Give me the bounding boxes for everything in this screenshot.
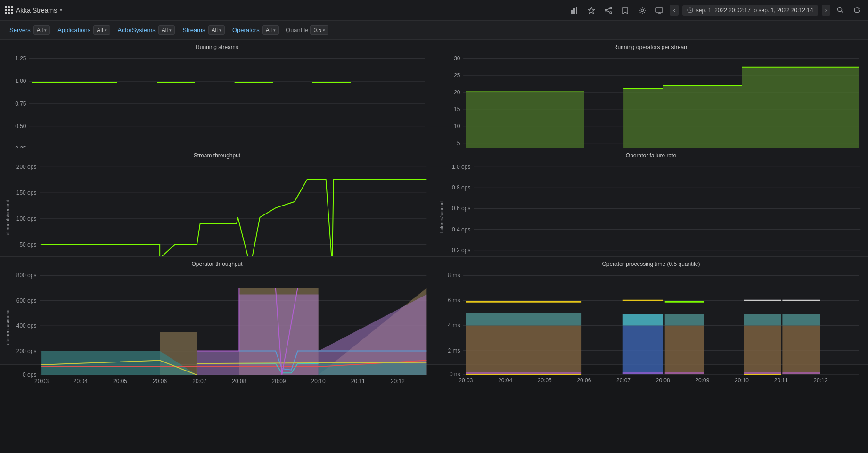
star-icon[interactable]	[585, 5, 598, 16]
svg-text:600 ops: 600 ops	[16, 297, 37, 304]
panel-running-operators: Running operators per stream 30 25 20 15	[434, 40, 868, 148]
panel-operator-failure-rate: Operator failure rate failures/second 1.…	[434, 148, 868, 256]
svg-text:20:11: 20:11	[351, 378, 365, 385]
svg-text:400 ops: 400 ops	[16, 322, 37, 329]
filter-dropdown-quantile[interactable]: 0.5 ▾	[310, 25, 328, 35]
panel-operator-throughput: Operator throughput elements/second 800 …	[0, 256, 434, 365]
app-title[interactable]: Akka Streams ▾	[16, 7, 62, 14]
svg-rect-157	[744, 314, 781, 326]
svg-text:20:06: 20:06	[153, 378, 167, 385]
svg-text:20:03: 20:03	[34, 378, 49, 385]
next-time-btn[interactable]: ›	[822, 5, 830, 16]
search-icon[interactable]	[834, 5, 847, 16]
quantile-label: Quantile	[284, 26, 310, 33]
filter-label-operators[interactable]: Operators	[229, 26, 262, 33]
svg-text:10: 10	[454, 123, 460, 130]
svg-text:20:09: 20:09	[695, 377, 709, 384]
svg-rect-10	[656, 8, 663, 12]
filter-dropdown-operators[interactable]: All ▾	[262, 25, 279, 35]
chevron-down-icon: ▾	[219, 28, 221, 33]
svg-rect-154	[665, 314, 704, 326]
filter-value-quantile: 0.5	[313, 27, 321, 33]
svg-rect-160	[782, 314, 820, 326]
y-axis-label-operator-throughput: elements/second	[4, 269, 11, 386]
svg-text:150 ops: 150 ops	[16, 189, 37, 196]
filter-label-actorsystems[interactable]: ActorSystems	[115, 26, 158, 33]
svg-marker-60	[742, 67, 859, 157]
svg-text:100 ops: 100 ops	[16, 215, 37, 222]
svg-point-5	[605, 9, 607, 11]
svg-marker-58	[663, 85, 742, 157]
svg-text:5: 5	[457, 140, 460, 147]
svg-text:0.6 ops: 0.6 ops	[452, 205, 470, 212]
svg-text:20:12: 20:12	[813, 377, 827, 384]
filter-dropdown-servers[interactable]: All ▾	[33, 25, 50, 35]
svg-text:20:03: 20:03	[459, 377, 473, 384]
svg-rect-151	[623, 314, 663, 326]
bookmark-icon[interactable]	[619, 5, 632, 16]
svg-rect-156	[744, 326, 781, 375]
chart-title-operator-processing-time: Operator processing time (0.5 quantile)	[438, 261, 864, 267]
chevron-down-icon: ▾	[169, 28, 172, 33]
svg-marker-56	[623, 89, 663, 157]
svg-rect-148	[466, 313, 581, 326]
svg-text:6 ms: 6 ms	[448, 297, 460, 304]
svg-text:0.50: 0.50	[15, 123, 26, 130]
chart-title-running-streams: Running streams	[4, 44, 430, 50]
filter-label-servers[interactable]: Servers	[7, 26, 33, 33]
topbar: Akka Streams ▾ ‹ sep. 1, 2022 20:02:17 t…	[0, 0, 868, 21]
svg-rect-159	[782, 326, 820, 375]
svg-text:20:07: 20:07	[616, 377, 631, 384]
filter-label-applications[interactable]: Applications	[55, 26, 93, 33]
svg-text:20: 20	[454, 89, 460, 96]
svg-marker-3	[588, 7, 595, 14]
svg-text:20:04: 20:04	[74, 378, 88, 385]
chart-title-operator-throughput: Operator throughput	[4, 261, 430, 267]
chart-area-operator-throughput: elements/second 800 ops 600 ops 400 ops …	[4, 269, 430, 386]
refresh-icon[interactable]	[851, 5, 863, 16]
settings-icon[interactable]	[636, 5, 649, 16]
svg-text:20:06: 20:06	[577, 377, 591, 384]
share-icon[interactable]	[602, 5, 615, 16]
svg-text:15: 15	[454, 106, 460, 113]
svg-point-16	[838, 8, 842, 12]
svg-point-4	[610, 7, 612, 9]
bar-chart-icon[interactable]	[568, 5, 581, 16]
chart-svg-operator-processing-time: 8 ms 6 ms 4 ms 2 ms 0 ns	[438, 269, 864, 385]
svg-text:200 ops: 200 ops	[16, 164, 37, 170]
svg-line-7	[607, 8, 610, 10]
filter-dropdown-streams[interactable]: All ▾	[208, 25, 225, 35]
svg-text:0 ns: 0 ns	[450, 371, 460, 378]
app-title-text: Akka Streams	[16, 7, 57, 14]
svg-text:8 ms: 8 ms	[448, 272, 460, 279]
svg-point-6	[610, 12, 612, 14]
svg-text:20:10: 20:10	[311, 378, 326, 385]
svg-text:0.75: 0.75	[15, 100, 26, 107]
monitor-icon[interactable]	[653, 5, 666, 16]
filter-value-streams: All	[212, 27, 218, 33]
app-title-arrow: ▾	[60, 8, 62, 13]
apps-icon[interactable]	[5, 6, 13, 15]
svg-text:4 ms: 4 ms	[448, 322, 460, 329]
panel-operator-processing-time: Operator processing time (0.5 quantile) …	[434, 256, 868, 365]
svg-text:800 ops: 800 ops	[16, 272, 37, 279]
chevron-down-icon: ▾	[273, 28, 276, 33]
chart-title-running-operators: Running operators per stream	[438, 44, 864, 50]
svg-text:2 ms: 2 ms	[448, 347, 460, 354]
svg-text:20:05: 20:05	[113, 378, 127, 385]
chart-title-operator-failure-rate: Operator failure rate	[438, 152, 864, 159]
time-range[interactable]: sep. 1, 2022 20:02:17 to sep. 1, 2022 20…	[682, 5, 818, 16]
filter-dropdown-actorsystems[interactable]: All ▾	[158, 25, 175, 35]
svg-text:0.4 ops: 0.4 ops	[452, 226, 470, 233]
dashboard: Running streams 1.25 1.00 0.75 0.50 0.25	[0, 40, 868, 365]
topbar-left: Akka Streams ▾	[5, 6, 62, 15]
svg-text:200 ops: 200 ops	[16, 348, 37, 354]
svg-rect-1	[573, 8, 575, 14]
svg-text:20:08: 20:08	[232, 378, 246, 385]
panel-stream-throughput: Stream throughput elements/second 200 op…	[0, 148, 434, 256]
filter-dropdown-applications[interactable]: All ▾	[93, 25, 110, 35]
svg-text:0.8 ops: 0.8 ops	[452, 184, 470, 191]
svg-text:50 ops: 50 ops	[19, 241, 36, 248]
prev-time-btn[interactable]: ‹	[670, 5, 678, 16]
filter-label-streams[interactable]: Streams	[180, 26, 208, 33]
